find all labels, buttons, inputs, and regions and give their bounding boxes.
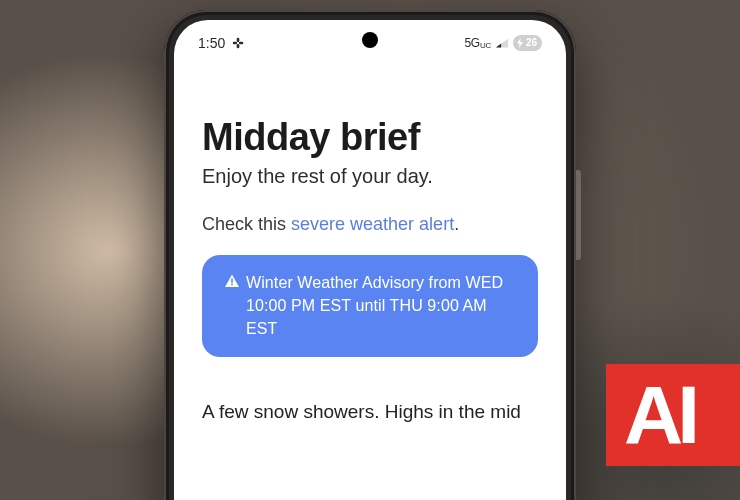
camera-punch-hole bbox=[362, 32, 378, 48]
network-label: 5GUC bbox=[464, 36, 490, 50]
brand-label: AI bbox=[624, 374, 694, 456]
status-right: 5GUC 26 bbox=[464, 35, 542, 51]
page-subtitle: Enjoy the rest of your day. bbox=[202, 165, 538, 188]
phone-frame: 1:50 5GUC bbox=[164, 10, 576, 500]
svg-rect-4 bbox=[231, 279, 233, 283]
network-sub: UC bbox=[480, 41, 491, 50]
check-prefix: Check this bbox=[202, 214, 291, 234]
network-type: 5G bbox=[464, 36, 479, 50]
slack-icon bbox=[231, 36, 245, 50]
signal-icon bbox=[495, 37, 509, 49]
svg-rect-2 bbox=[237, 38, 240, 42]
alert-check-line: Check this severe weather alert. bbox=[202, 214, 538, 235]
svg-rect-3 bbox=[237, 44, 240, 48]
brand-badge: AI bbox=[606, 364, 740, 466]
status-time: 1:50 bbox=[198, 35, 225, 51]
content-area: Midday brief Enjoy the rest of your day.… bbox=[174, 60, 566, 425]
battery-percent: 26 bbox=[526, 38, 537, 48]
check-suffix: . bbox=[454, 214, 459, 234]
charging-icon bbox=[516, 38, 524, 48]
warning-icon bbox=[224, 273, 240, 341]
severe-weather-link[interactable]: severe weather alert bbox=[291, 214, 454, 234]
svg-rect-5 bbox=[231, 284, 233, 286]
svg-rect-0 bbox=[233, 42, 237, 45]
photo-background: 1:50 5GUC bbox=[0, 0, 740, 500]
forecast-text: A few snow showers. Highs in the mid bbox=[202, 399, 538, 426]
alert-text: Winter Weather Advisory from WED 10:00 P… bbox=[246, 271, 516, 341]
status-left: 1:50 bbox=[198, 35, 245, 51]
battery-pill: 26 bbox=[513, 35, 542, 51]
svg-rect-1 bbox=[239, 42, 243, 45]
weather-alert-card[interactable]: Winter Weather Advisory from WED 10:00 P… bbox=[202, 255, 538, 357]
phone-side-button bbox=[576, 170, 581, 260]
phone-screen: 1:50 5GUC bbox=[174, 20, 566, 500]
page-title: Midday brief bbox=[202, 116, 538, 159]
